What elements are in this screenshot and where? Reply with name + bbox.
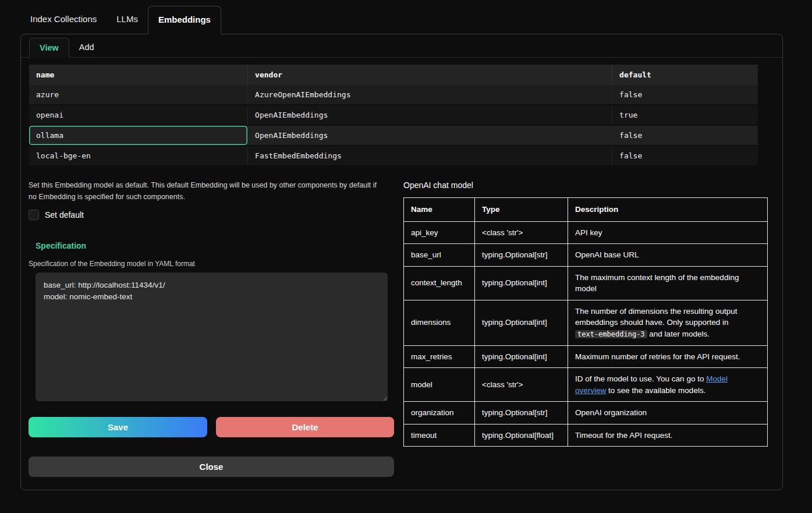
column-header-default: default [612,65,758,85]
specification-heading: Specification [36,241,394,250]
embedding-row-openai[interactable]: openaiOpenAIEmbeddingstrue [29,105,758,125]
doc-row-context_length: context_lengthtyping.Optional[int]The ma… [404,266,768,300]
doc-row-timeout: timeouttyping.Optional[float]Timeout for… [404,424,768,447]
embedding-row-azure[interactable]: azureAzureOpenAIEmbeddingsfalse [29,85,758,105]
doc-cell-name: context_length [404,266,475,300]
doc-column-header-name: Name [404,198,475,222]
doc-cell-type: <class 'str'> [475,221,568,244]
doc-cell-type: typing.Optional[str] [475,402,568,424]
column-header-vendor: vendor [248,65,612,85]
doc-cell-name: timeout [404,424,475,447]
cell-vendor[interactable]: AzureOpenAIEmbeddings [248,85,612,105]
set-default-description: Set this Embedding model as default. Thi… [29,179,385,203]
doc-row-api_key: api_key<class 'str'>API key [404,221,768,244]
doc-cell-type: typing.Optional[int] [475,266,568,300]
doc-cell-name: max_retries [404,345,475,368]
model-overview-link[interactable]: Model overview [575,374,728,395]
doc-panel-title: OpenAI chat model [403,181,768,190]
cell-name[interactable]: azure [29,85,248,105]
cell-name[interactable]: openai [29,105,248,125]
embeddings-panel: View Add name vendor default azureAzureO… [20,34,783,490]
delete-button[interactable]: Delete [216,417,394,437]
yaml-spec-input[interactable]: base_url: http://localhost:11434/v1/ mod… [36,273,388,401]
cell-default[interactable]: false [612,85,758,105]
embeddings-table: name vendor default azureAzureOpenAIEmbe… [29,65,758,167]
save-button[interactable]: Save [29,417,207,437]
doc-cell-name: organization [404,402,475,424]
detail-area: Set this Embedding model as default. Thi… [29,179,768,477]
embeddings-table-header-row: name vendor default [29,65,758,85]
column-header-name: name [29,65,248,85]
inline-code: text-embedding-3 [575,330,647,338]
doc-cell-description: OpenAI organization [568,402,768,424]
embedding-row-local-bge-en[interactable]: local-bge-enFastEmbedEmbeddingsfalse [29,146,758,166]
doc-table-header-row: Name Type Description [404,198,768,222]
doc-cell-description: The number of dimensions the resulting o… [568,300,768,345]
tab-add[interactable]: Add [69,38,104,57]
cell-name[interactable]: local-bge-en [29,146,248,166]
action-button-row: Save Delete [29,417,394,437]
specification-caption: Specification of the Embedding model in … [29,260,394,268]
edit-panel: Set this Embedding model as default. Thi… [29,179,394,477]
doc-cell-type: <class 'str'> [475,368,568,402]
doc-cell-description: ID of the model to use. You can go to Mo… [568,368,768,402]
set-default-label: Set default [45,210,84,220]
doc-cell-type: typing.Optional[int] [475,300,568,345]
doc-row-model: model<class 'str'>ID of the model to use… [404,368,768,402]
doc-row-base_url: base_urltyping.Optional[str]OpenAI base … [404,244,768,267]
tab-embeddings[interactable]: Embeddings [148,6,221,34]
cell-vendor[interactable]: OpenAIEmbeddings [248,105,612,125]
doc-row-organization: organizationtyping.Optional[str]OpenAI o… [404,402,768,424]
doc-column-header-type: Type [475,198,568,222]
cell-default[interactable]: false [612,125,758,146]
doc-table: Name Type Description api_key<class 'str… [403,197,768,447]
doc-cell-description: Maximum number of retries for the API re… [568,345,768,368]
doc-row-dimensions: dimensionstyping.Optional[int]The number… [404,300,768,345]
close-button[interactable]: Close [29,457,394,477]
inner-tab-bar: View Add [21,34,782,58]
doc-cell-type: typing.Optional[str] [475,244,568,267]
doc-cell-description: API key [568,221,768,244]
cell-name[interactable]: ollama [29,125,248,146]
doc-column-header-description: Description [568,198,768,222]
doc-cell-type: typing.Optional[int] [475,345,568,368]
tab-index-collections[interactable]: Index Collections [20,6,107,34]
top-tab-bar: Index Collections LLMs Embeddings [0,0,812,34]
tab-view[interactable]: View [29,38,69,58]
doc-cell-description: The maximum context length of the embedd… [568,266,768,300]
doc-cell-name: dimensions [404,300,475,345]
doc-cell-name: model [404,368,475,402]
doc-cell-description: OpenAI base URL [568,244,768,267]
doc-panel: OpenAI chat model Name Type Description … [403,179,768,477]
checkbox-box-icon[interactable] [29,210,39,220]
doc-cell-type: typing.Optional[float] [475,424,568,447]
cell-default[interactable]: false [612,146,758,166]
doc-cell-name: base_url [404,244,475,267]
tab-llms[interactable]: LLMs [107,6,148,34]
doc-row-max_retries: max_retriestyping.Optional[int]Maximum n… [404,345,768,368]
cell-vendor[interactable]: FastEmbedEmbeddings [248,146,612,166]
set-default-checkbox[interactable]: Set default [29,210,84,220]
doc-cell-name: api_key [404,221,475,244]
embedding-row-ollama[interactable]: ollamaOpenAIEmbeddingsfalse [29,125,758,146]
doc-cell-description: Timeout for the API request. [568,424,768,447]
cell-vendor[interactable]: OpenAIEmbeddings [248,125,612,146]
cell-default[interactable]: true [612,105,758,125]
embeddings-table-wrap: name vendor default azureAzureOpenAIEmbe… [29,65,758,167]
